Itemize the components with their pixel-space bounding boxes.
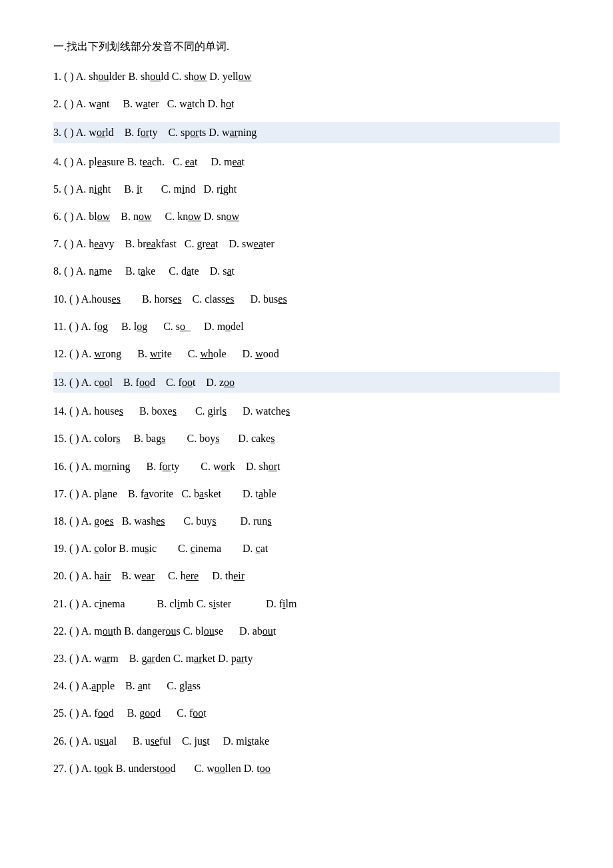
- question-16: 16. ( ) A. morning B. forty C. work D. s…: [53, 457, 560, 475]
- question-19: 19. ( ) A. color B. music C. cinema D. c…: [53, 539, 560, 557]
- question-21: 21. ( ) A. cinema B. climb C. sister D. …: [53, 595, 560, 613]
- question-3: 3. ( ) A. world B. forty C. sports D. wa…: [53, 122, 560, 143]
- question-11: 11. ( ) A. fog B. log C. so_ D. model: [53, 317, 560, 335]
- question-7: 7. ( ) A. heavy B. breakfast C. great D.…: [53, 235, 560, 253]
- title: 一.找出下列划线部分发音不同的单词.: [53, 40, 560, 54]
- question-14: 14. ( ) A. houses B. boxes C. girls D. w…: [53, 402, 560, 420]
- question-6: 6. ( ) A. blow B. now C. know D. snow: [53, 207, 560, 225]
- question-1: 1. ( ) A. shoulder B. should C. show D. …: [53, 67, 560, 85]
- question-15: 15. ( ) A. colors B. bags C. boys D. cak…: [53, 429, 560, 447]
- question-18: 18. ( ) A. goes B. washes C. buys D. run…: [53, 512, 560, 530]
- question-22: 22. ( ) A. mouth B. dangerous C. blouse …: [53, 622, 560, 640]
- question-20: 20. ( ) A. hair B. wear C. here D. their: [53, 567, 560, 585]
- question-list: 1. ( ) A. shoulder B. should C. show D. …: [53, 67, 560, 777]
- question-13: 13. ( ) A. cool B. food C. foot D. zoo: [53, 372, 560, 393]
- question-4: 4. ( ) A. pleasure B. teach. C. eat D. m…: [53, 153, 560, 171]
- question-12: 12. ( ) A. wrong B. write C. whole D. wo…: [53, 345, 560, 363]
- question-23: 23. ( ) A. warm B. garden C. market D. p…: [53, 649, 560, 667]
- question-2: 2. ( ) A. want B. water C. watch D. hot: [53, 95, 560, 113]
- question-17: 17. ( ) A. plane B. favorite C. basket D…: [53, 485, 560, 503]
- question-8: 8. ( ) A. name B. take C. date D. sat: [53, 262, 560, 280]
- question-26: 26. ( ) A. usual B. useful C. just D. mi…: [53, 732, 560, 750]
- question-10: 10. ( ) A.houses B. horses C. classes D.…: [53, 290, 560, 308]
- question-24: 24. ( ) A.apple B. ant C. glass: [53, 677, 560, 695]
- question-5: 5. ( ) A. night B. it C. mind D. right: [53, 180, 560, 198]
- question-25: 25. ( ) A. food B. good C. foot: [53, 704, 560, 722]
- question-27: 27. ( ) A. took B. understood C. woollen…: [53, 759, 560, 777]
